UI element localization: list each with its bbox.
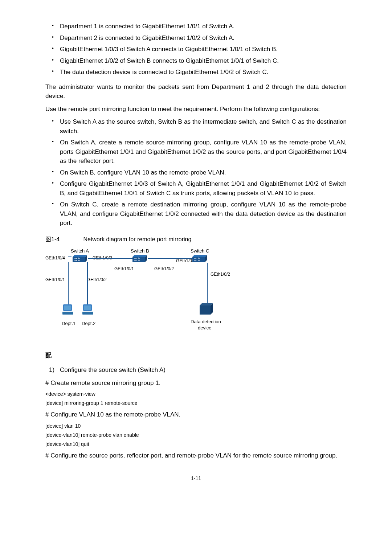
svg-rect-16	[200, 305, 211, 315]
list-item: The data detection device is connected t…	[45, 67, 347, 77]
svg-marker-6	[192, 255, 207, 257]
list-item: GigabitEthernet 1/0/2 of Switch B connec…	[45, 56, 347, 66]
figure-label: 图1-4 Network diagram for remote port mir…	[45, 235, 347, 244]
list-item: 1)Configure the source switch (Switch A)	[45, 365, 347, 375]
svg-marker-3	[132, 255, 147, 257]
port-label: GEth1/0/3	[93, 255, 112, 261]
switch-b-label: Switch B	[131, 247, 149, 255]
data-device-label2: device	[198, 324, 212, 332]
link-line	[87, 262, 88, 307]
list-item: On Switch A, create a remote source mirr…	[45, 138, 347, 166]
procedure-heading-stub: 配	[45, 351, 347, 360]
page-number: 1-11	[45, 475, 347, 482]
svg-rect-10	[64, 305, 71, 310]
link-line	[207, 263, 208, 304]
cli-line: <device> system-view	[45, 390, 347, 398]
config-list: Use Switch A as the source switch, Switc…	[45, 117, 347, 228]
requirement-para: The administrator wants to monitor the p…	[45, 82, 347, 101]
link-line	[68, 262, 69, 307]
svg-rect-11	[62, 312, 73, 315]
step-description: # Create remote source mirroring group 1…	[45, 378, 347, 388]
step-text: Configure the source switch (Switch A)	[60, 366, 166, 373]
port-label: GEth1/0/1	[45, 276, 65, 283]
cli-line: [device-vlan10] remote-probe vlan enable	[45, 431, 347, 439]
list-item: Department 1 is connected to GigabitEthe…	[45, 22, 347, 31]
link-line	[148, 258, 192, 259]
svg-marker-0	[73, 255, 87, 257]
cli-line: [device-vlan10] quit	[45, 440, 347, 448]
pc-icon	[62, 304, 74, 316]
cli-line: [device] vlan 10	[45, 422, 347, 430]
port-label: GEth1/0/2	[87, 276, 107, 283]
cli-line: [device] mirroring-group 1 remote-source	[45, 399, 347, 407]
link-line	[68, 257, 72, 257]
list-item: On Switch C, create a remote destination…	[45, 200, 347, 228]
svg-rect-7	[192, 257, 205, 262]
port-label: GEth1/0/4	[45, 255, 65, 261]
server-icon	[198, 302, 215, 317]
port-label: GEth1/0/2	[211, 271, 230, 278]
step-description: # Configure the source ports, reflector …	[45, 451, 347, 460]
topology-list: Department 1 is connected to GigabitEthe…	[45, 22, 347, 77]
dept2-label: Dept.2	[82, 320, 95, 327]
step-description: # Configure VLAN 10 as the remote-probe …	[45, 410, 347, 419]
list-item: On Switch B, configure VLAN 10 as the re…	[45, 168, 347, 177]
list-item: Department 2 is connected to GigabitEthe…	[45, 33, 347, 43]
svg-rect-14	[82, 312, 93, 315]
dept1-label: Dept.1	[62, 320, 75, 327]
switch-a-label: Switch A	[71, 247, 89, 255]
svg-rect-4	[132, 257, 145, 262]
port-label: GEth1/0/2	[154, 266, 174, 272]
switch-icon	[191, 254, 209, 265]
list-item: GigabitEthernet 1/0/3 of Switch A connec…	[45, 45, 347, 54]
pc-icon	[82, 304, 94, 316]
instruction-para: Use the remote port mirroring function t…	[45, 104, 347, 114]
network-diagram: Switch A Switch B Switch C GEth1/0/4 GEt…	[45, 247, 249, 342]
procedure-list: 1)Configure the source switch (Switch A)	[45, 365, 347, 375]
list-item: Configure GigabitEthernet 1/0/3 of Switc…	[45, 179, 347, 198]
figure-title: Network diagram for remote port mirrorin…	[83, 236, 191, 242]
switch-c-label: Switch C	[191, 247, 209, 255]
port-label: GEth1/0/1	[114, 266, 134, 272]
list-item: Use Switch A as the source switch, Switc…	[45, 117, 347, 136]
svg-rect-1	[73, 257, 85, 262]
switch-icon	[131, 254, 149, 265]
link-line	[88, 258, 132, 259]
figure-number: 图1-4	[45, 235, 82, 244]
svg-rect-13	[84, 305, 91, 310]
switch-icon	[71, 254, 89, 265]
